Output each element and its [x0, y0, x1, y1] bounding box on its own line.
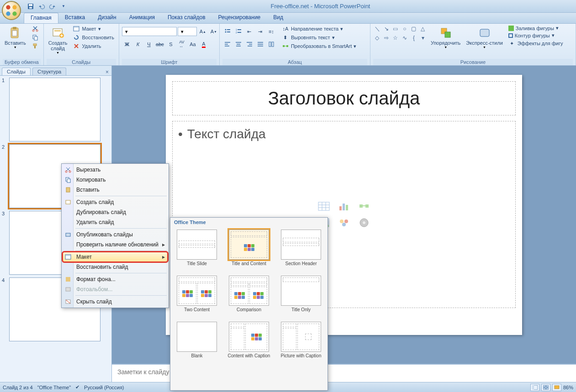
shape-arrow2-icon[interactable]: ⇨	[382, 34, 391, 42]
italic-icon[interactable]: К	[133, 39, 143, 49]
shadow-icon[interactable]: S	[166, 39, 176, 49]
cm-cut[interactable]: Вырезать	[63, 165, 168, 175]
new-slide-button[interactable]: Создать слайд ▼	[47, 25, 69, 55]
slide-title-placeholder[interactable]: Заголовок слайда	[172, 81, 516, 115]
layout-option[interactable]: Picture with Caption	[279, 322, 323, 363]
shrink-font-icon[interactable]: A▼	[209, 26, 219, 37]
slide-thumbnail[interactable]	[9, 78, 100, 141]
shape-curve-icon[interactable]: ∿	[401, 34, 409, 42]
cm-format-bg[interactable]: Формат фона...	[63, 274, 168, 284]
cm-check-updates[interactable]: Проверить наличие обновлений	[63, 240, 168, 250]
quick-styles-button[interactable]: Экспресс-стили▼	[464, 25, 504, 50]
font-color-icon[interactable]: A	[199, 39, 209, 49]
increase-indent-icon[interactable]: ⇥	[255, 26, 265, 37]
normal-view-icon[interactable]	[530, 384, 539, 391]
save-icon[interactable]	[26, 2, 35, 10]
insert-chart-icon[interactable]	[335, 199, 353, 213]
layout-option[interactable]: Section Header	[279, 230, 323, 271]
office-button[interactable]	[2, 1, 21, 20]
panel-tab-slides[interactable]: Слайды	[2, 68, 31, 75]
strikethrough-icon[interactable]: abc	[155, 39, 165, 49]
shape-more-icon[interactable]: ▾	[419, 34, 427, 42]
insert-table-icon[interactable]	[315, 199, 333, 213]
layout-option[interactable]: Content with Caption	[227, 322, 271, 363]
shape-oval-icon[interactable]: ○	[401, 25, 409, 33]
layout-option[interactable]: Title and Content	[227, 230, 271, 271]
columns-icon[interactable]	[266, 39, 276, 49]
bold-icon[interactable]: Ж	[122, 39, 132, 49]
tab-view[interactable]: Вид	[267, 13, 290, 23]
decrease-indent-icon[interactable]: ⇤	[244, 26, 254, 37]
delete-slide-button[interactable]: Удалить	[71, 42, 116, 50]
shape-arrow-icon[interactable]: ↘	[382, 25, 391, 33]
shape-rrect-icon[interactable]: ▢	[410, 25, 418, 33]
insert-smartart-icon[interactable]	[355, 199, 373, 213]
cm-publish[interactable]: Опубликовать слайды	[63, 230, 168, 240]
arrange-button[interactable]: Упорядочить▼	[429, 25, 462, 50]
underline-icon[interactable]: Ч	[144, 39, 154, 49]
tab-review[interactable]: Рецензирование	[212, 13, 267, 23]
convert-smartart-button[interactable]: Преобразовать в SmartArt ▾	[280, 42, 358, 50]
cm-layout[interactable]: Макет	[63, 252, 168, 262]
char-spacing-icon[interactable]: AV↔	[177, 39, 187, 49]
shape-fill-button[interactable]: Заливка фигуры ▾	[507, 25, 565, 31]
cm-copy[interactable]: Копировать	[63, 175, 168, 185]
reset-button[interactable]: Восстановить	[71, 33, 116, 42]
copy-button[interactable]	[30, 33, 41, 42]
font-family-select[interactable]: ▾	[122, 27, 177, 36]
grow-font-icon[interactable]: A▲	[198, 26, 208, 37]
cm-reset[interactable]: Восстановить слайд	[63, 262, 168, 272]
qat-dropdown-icon[interactable]: ▼	[59, 2, 68, 10]
insert-media-icon[interactable]	[355, 216, 373, 230]
status-language[interactable]: Русский (Россия)	[84, 385, 124, 390]
zoom-value[interactable]: 86%	[563, 385, 573, 390]
align-text-button[interactable]: ⬍Выровнять текст ▾	[280, 33, 358, 42]
panel-close-icon[interactable]: ×	[106, 69, 109, 75]
redo-icon[interactable]	[48, 2, 57, 10]
tab-home[interactable]: Главная	[24, 13, 58, 23]
undo-icon[interactable]	[37, 2, 46, 10]
numbering-icon[interactable]: 12	[233, 26, 243, 37]
layout-option[interactable]: Two Content	[175, 276, 219, 317]
shape-triangle-icon[interactable]: △	[419, 25, 427, 33]
cm-new-slide[interactable]: Создать слайд	[63, 197, 168, 207]
slideshow-view-icon[interactable]	[552, 384, 561, 391]
tab-animation[interactable]: Анимация	[123, 13, 161, 23]
align-center-icon[interactable]	[233, 39, 243, 49]
layout-option[interactable]: Blank	[175, 322, 219, 363]
cm-hide[interactable]: Скрыть слайд	[63, 297, 168, 307]
shape-star-icon[interactable]: ☆	[391, 34, 400, 42]
text-direction-button[interactable]: ↕AНаправление текста ▾	[280, 25, 358, 33]
shape-effects-button[interactable]: ✦Эффекты для фигу	[507, 39, 565, 47]
cm-duplicate[interactable]: Дублировать слайд	[63, 207, 168, 217]
tab-slideshow[interactable]: Показ слайдов	[161, 13, 212, 23]
insert-clipart-icon[interactable]	[335, 216, 353, 230]
layout-option[interactable]: Title Only	[279, 276, 323, 317]
shape-line-icon[interactable]: ＼	[373, 25, 381, 33]
shape-outline-button[interactable]: Контур фигуры ▾	[507, 32, 565, 39]
paste-button[interactable]: Вставить ▼	[3, 25, 28, 50]
cut-button[interactable]	[30, 25, 41, 33]
spellcheck-icon[interactable]: ✔	[75, 384, 79, 390]
line-spacing-icon[interactable]: ≡↕	[266, 26, 276, 37]
tab-design[interactable]: Дизайн	[91, 13, 122, 23]
shape-rect-icon[interactable]: ▭	[391, 25, 400, 33]
panel-tab-outline[interactable]: Структура	[32, 68, 66, 75]
tab-insert[interactable]: Вставка	[58, 13, 92, 23]
sorter-view-icon[interactable]	[541, 384, 550, 391]
align-right-icon[interactable]	[244, 39, 254, 49]
bullets-icon[interactable]	[222, 26, 233, 37]
shape-diamond-icon[interactable]: ◇	[373, 34, 381, 42]
layout-button[interactable]: Макет ▾	[71, 25, 116, 33]
cm-paste[interactable]: Вставить	[63, 185, 168, 195]
change-case-icon[interactable]: Aa	[188, 39, 198, 49]
layout-option[interactable]: Title Slide	[175, 230, 219, 271]
format-painter-button[interactable]	[30, 42, 41, 50]
align-left-icon[interactable]	[222, 39, 233, 49]
cm-delete[interactable]: Удалить слайд	[63, 217, 168, 227]
justify-icon[interactable]	[255, 39, 265, 49]
shapes-gallery[interactable]: ＼ ↘ ▭ ○ ▢ △ ◇ ⇨ ☆ ∿ { ▾	[373, 25, 427, 42]
shape-brace-icon[interactable]: {	[410, 34, 418, 42]
layout-option[interactable]: Comparison	[227, 276, 271, 317]
font-size-select[interactable]: ▾	[178, 27, 197, 36]
